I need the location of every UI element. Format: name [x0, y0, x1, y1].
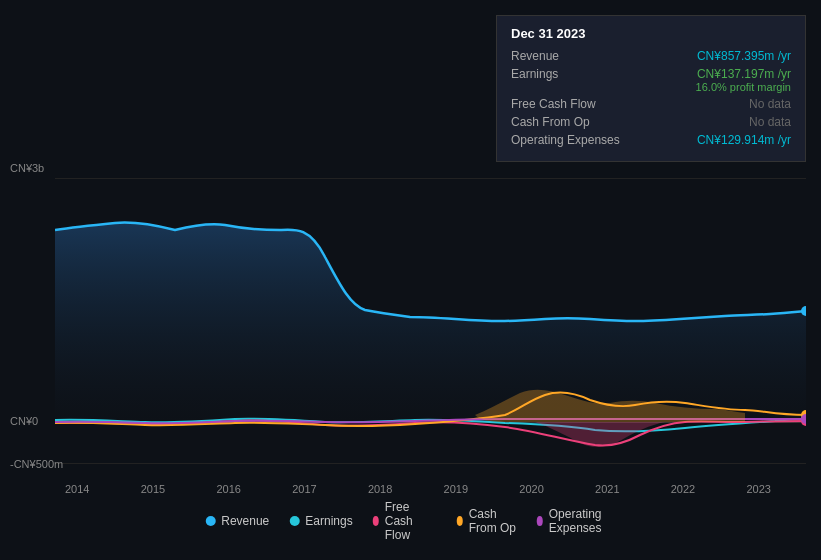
legend-dot-fcf [373, 516, 379, 526]
x-label-2022: 2022 [671, 483, 695, 495]
tooltip-row-revenue: Revenue CN¥857.395m /yr [511, 49, 791, 63]
x-label-2015: 2015 [141, 483, 165, 495]
x-label-2023: 2023 [746, 483, 770, 495]
x-label-2017: 2017 [292, 483, 316, 495]
x-label-2014: 2014 [65, 483, 89, 495]
x-axis-labels: 2014 2015 2016 2017 2018 2019 2020 2021 … [0, 483, 821, 495]
legend-item-revenue[interactable]: Revenue [205, 514, 269, 528]
chart-container: Dec 31 2023 Revenue CN¥857.395m /yr Earn… [0, 0, 821, 560]
tooltip-row-cashfromop: Cash From Op No data [511, 115, 791, 129]
legend-label-revenue: Revenue [221, 514, 269, 528]
y-label-mid: CN¥0 [10, 415, 38, 427]
tooltip-row-opex: Operating Expenses CN¥129.914m /yr [511, 133, 791, 147]
legend-dot-opex [537, 516, 543, 526]
tooltip-value-revenue: CN¥857.395m /yr [697, 49, 791, 63]
tooltip-value-earnings: CN¥137.197m /yr [696, 67, 791, 81]
tooltip-label-earnings: Earnings [511, 67, 621, 81]
legend-label-cashfromop: Cash From Op [469, 507, 517, 535]
y-label-top: CN¥3b [10, 162, 44, 174]
tooltip-value-cashfromop: No data [749, 115, 791, 129]
x-label-2018: 2018 [368, 483, 392, 495]
legend-label-earnings: Earnings [305, 514, 352, 528]
tooltip-row-earnings: Earnings CN¥137.197m /yr 16.0% profit ma… [511, 67, 791, 93]
tooltip-label-fcf: Free Cash Flow [511, 97, 621, 111]
tooltip-label-cashfromop: Cash From Op [511, 115, 621, 129]
tooltip-label-revenue: Revenue [511, 49, 621, 63]
tooltip-title: Dec 31 2023 [511, 26, 791, 41]
legend-dot-revenue [205, 516, 215, 526]
tooltip-value-opex: CN¥129.914m /yr [697, 133, 791, 147]
x-label-2021: 2021 [595, 483, 619, 495]
chart-svg [55, 175, 806, 485]
legend: Revenue Earnings Free Cash Flow Cash Fro… [205, 500, 616, 542]
x-label-2020: 2020 [519, 483, 543, 495]
legend-item-opex[interactable]: Operating Expenses [537, 507, 616, 535]
x-label-2019: 2019 [444, 483, 468, 495]
tooltip-label-opex: Operating Expenses [511, 133, 621, 147]
legend-dot-earnings [289, 516, 299, 526]
tooltip-value-fcf: No data [749, 97, 791, 111]
revenue-fill [55, 222, 806, 422]
tooltip-box: Dec 31 2023 Revenue CN¥857.395m /yr Earn… [496, 15, 806, 162]
legend-label-opex: Operating Expenses [549, 507, 616, 535]
legend-item-cashfromop[interactable]: Cash From Op [457, 507, 517, 535]
tooltip-row-fcf: Free Cash Flow No data [511, 97, 791, 111]
legend-label-fcf: Free Cash Flow [385, 500, 437, 542]
tooltip-profit-margin: 16.0% profit margin [696, 81, 791, 93]
legend-item-earnings[interactable]: Earnings [289, 514, 352, 528]
x-label-2016: 2016 [216, 483, 240, 495]
legend-item-fcf[interactable]: Free Cash Flow [373, 500, 437, 542]
legend-dot-cashfromop [457, 516, 463, 526]
fcf-fill [535, 422, 665, 447]
